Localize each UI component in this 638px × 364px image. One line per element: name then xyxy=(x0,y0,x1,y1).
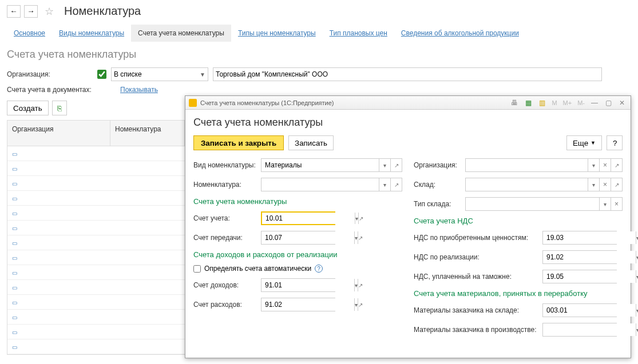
org-filter-mode[interactable]: В списке ▼ xyxy=(111,67,208,81)
section-income-expense: Счета доходов и расходов от реализации xyxy=(193,250,402,259)
save-close-button[interactable]: Записать и закрыть xyxy=(193,135,284,150)
wh-field[interactable] xyxy=(466,178,588,191)
mat-prod-field[interactable] xyxy=(543,323,636,336)
copy-button[interactable]: ⎘ xyxy=(52,101,67,115)
expense-field[interactable] xyxy=(261,298,354,311)
page-title: Номенклатура xyxy=(64,5,141,18)
section-title: Счета учета номенклатуры xyxy=(0,42,638,65)
org-filter-checkbox[interactable] xyxy=(97,70,106,79)
help-button[interactable]: ? xyxy=(607,135,623,150)
open-icon[interactable]: ↗ xyxy=(358,298,363,311)
vat-cust-input[interactable]: ▾ ↗ xyxy=(542,270,617,283)
open-icon[interactable]: ↗ xyxy=(358,231,363,244)
open-icon[interactable]: ↗ xyxy=(390,178,402,191)
vat-acq-input[interactable]: ▾ ↗ xyxy=(542,231,617,245)
vat-acq-field[interactable] xyxy=(543,231,636,244)
favorite-star-icon[interactable]: ☆ xyxy=(45,5,54,18)
dropdown-icon[interactable]: ▾ xyxy=(636,251,638,263)
mat-wh-field[interactable] xyxy=(543,304,636,317)
vat-cust-label: НДС, уплаченный на таможне: xyxy=(414,273,542,281)
org-label: Организация: xyxy=(414,161,465,169)
tab-main[interactable]: Основное xyxy=(7,25,52,42)
clear-icon[interactable]: × xyxy=(611,198,622,210)
vat-real-field[interactable] xyxy=(543,251,636,263)
th-organization[interactable]: Организация xyxy=(7,121,110,146)
trans-label: Счет передачи: xyxy=(193,234,261,242)
memory-m[interactable]: M xyxy=(550,99,558,106)
dropdown-icon[interactable]: ▾ xyxy=(636,323,638,336)
open-icon[interactable]: ↗ xyxy=(390,159,402,171)
tab-price-types[interactable]: Типы цен номенклатуры xyxy=(231,25,323,42)
dropdown-icon[interactable]: ▾ xyxy=(588,178,599,191)
minimize-icon[interactable]: — xyxy=(589,98,600,108)
memory-mminus[interactable]: M- xyxy=(576,99,586,106)
expense-input[interactable]: ▾ ↗ xyxy=(261,298,335,311)
dropdown-icon[interactable]: ▾ xyxy=(379,159,390,171)
clear-icon[interactable]: × xyxy=(599,178,611,191)
org-input[interactable]: ▾ × ↗ xyxy=(465,158,623,172)
vat-real-input[interactable]: ▾ ↗ xyxy=(542,250,617,264)
tab-alcohol[interactable]: Сведения об алкогольной продукции xyxy=(394,25,526,42)
dropdown-icon[interactable]: ▾ xyxy=(636,270,638,283)
open-icon[interactable]: ↗ xyxy=(358,213,363,224)
forward-button[interactable]: → xyxy=(24,5,38,18)
trans-field[interactable] xyxy=(261,231,354,244)
tab-plan-price[interactable]: Тип плановых цен xyxy=(323,25,394,42)
memory-mplus[interactable]: M+ xyxy=(562,99,573,106)
row-icon: ▭ xyxy=(12,151,17,157)
dropdown-icon[interactable]: ▾ xyxy=(599,198,611,210)
dropdown-icon[interactable]: ▾ xyxy=(636,304,638,317)
tab-types[interactable]: Виды номенклатуры xyxy=(52,25,131,42)
org-field[interactable] xyxy=(466,159,588,171)
print-icon[interactable]: 🖶 xyxy=(509,98,520,108)
save-button[interactable]: Записать xyxy=(288,135,334,150)
nom-input[interactable]: ▾ ↗ xyxy=(261,178,402,191)
whtype-field[interactable] xyxy=(466,198,599,210)
docs-filter-link[interactable]: Показывать xyxy=(120,86,158,94)
mat-prod-input[interactable]: ▾ ↗ xyxy=(542,323,617,337)
th-nomenclature[interactable]: Номенклатура xyxy=(110,121,185,146)
whtype-input[interactable]: ▾ × xyxy=(465,197,623,211)
tabs-bar: Основное Виды номенклатуры Счета учета н… xyxy=(0,22,638,42)
section-vat: Счета учета НДС xyxy=(414,217,623,225)
mat-prod-label: Материалы заказчика в производстве: xyxy=(414,326,542,334)
close-icon[interactable]: ✕ xyxy=(617,98,627,108)
dropdown-icon[interactable]: ▾ xyxy=(636,231,638,244)
vid-input[interactable]: ▾ ↗ xyxy=(261,158,402,172)
income-field[interactable] xyxy=(261,279,354,291)
modal-titlebar[interactable]: Счета учета номенклатуры (1С:Предприятие… xyxy=(185,96,631,110)
org-filter-value[interactable]: Торговый дом "Комплексный" ООО xyxy=(213,67,602,81)
dropdown-icon[interactable]: ▾ xyxy=(588,159,599,171)
modal-heading: Счета учета номенклатуры xyxy=(193,117,623,129)
acct-input[interactable]: ▾ ↗ xyxy=(261,211,335,225)
open-icon[interactable]: ↗ xyxy=(611,159,622,171)
dropdown-icon[interactable]: ▾ xyxy=(379,178,390,191)
row-icon: ▭ xyxy=(12,210,17,217)
maximize-icon[interactable]: ▢ xyxy=(603,98,613,108)
vid-field[interactable] xyxy=(261,159,379,171)
vat-cust-field[interactable] xyxy=(543,270,636,283)
org-filter-value-text: Торговый дом "Комплексный" ООО xyxy=(216,70,328,78)
grid-icon[interactable]: ▦ xyxy=(523,98,533,108)
create-button[interactable]: Создать xyxy=(7,101,49,115)
open-icon[interactable]: ↗ xyxy=(611,178,622,191)
whtype-label: Тип склада: xyxy=(414,200,465,208)
more-button[interactable]: Еще▼ xyxy=(566,135,602,150)
help-icon[interactable]: ? xyxy=(315,265,323,273)
app-1c-icon xyxy=(189,99,197,107)
wh-input[interactable]: ▾ × ↗ xyxy=(465,178,623,191)
nom-field[interactable] xyxy=(261,178,379,191)
tab-accounts[interactable]: Счета учета номенклатуры xyxy=(131,25,231,42)
row-icon: ▭ xyxy=(12,329,17,335)
row-icon: ▭ xyxy=(12,314,17,321)
trans-input[interactable]: ▾ ↗ xyxy=(261,231,335,245)
auto-check[interactable] xyxy=(193,265,201,273)
open-icon[interactable]: ↗ xyxy=(358,279,363,291)
calendar-icon[interactable]: ▥ xyxy=(537,98,547,108)
income-input[interactable]: ▾ ↗ xyxy=(261,278,335,292)
acct-field[interactable] xyxy=(262,213,355,224)
back-button[interactable]: ← xyxy=(7,5,21,18)
clear-icon[interactable]: × xyxy=(599,159,611,171)
dropdown-arrow-icon: ▼ xyxy=(200,71,205,78)
mat-wh-input[interactable]: ▾ ↗ xyxy=(542,303,617,317)
